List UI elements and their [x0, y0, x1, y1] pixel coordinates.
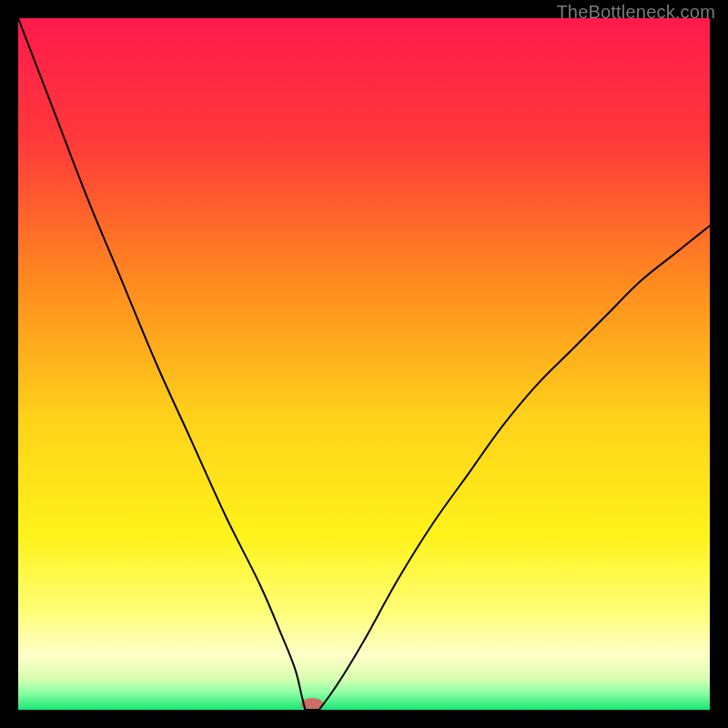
gradient-background [18, 18, 710, 710]
chart-frame: TheBottleneck.com [0, 0, 728, 728]
plot-area [18, 18, 710, 710]
chart-svg [18, 18, 710, 710]
